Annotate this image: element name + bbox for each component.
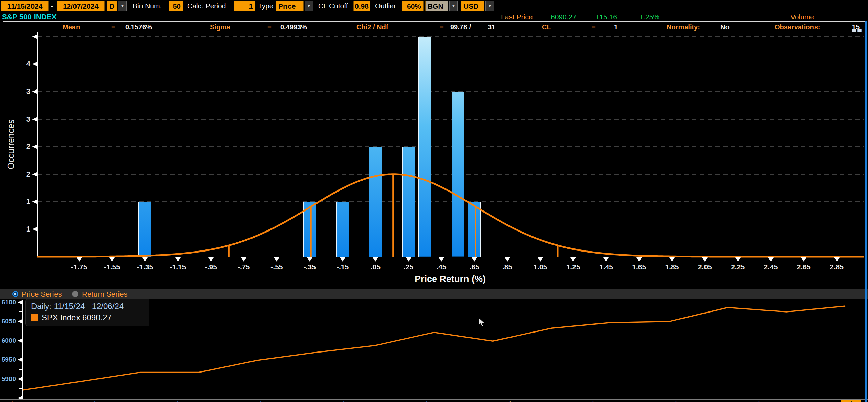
observations-label: Observations: — [775, 22, 820, 33]
price-change-pct: +.25% — [639, 13, 659, 21]
cl-equals: = — [592, 22, 596, 33]
x-tick-icon — [274, 257, 279, 262]
chi2-equals: = — [440, 22, 444, 33]
bloomberg-histogram-window: 11/15/2024 - 12/07/2024 D ▼ Bin Num. 50 … — [0, 0, 868, 402]
histogram-bar — [402, 147, 415, 257]
mean-equals: = — [111, 22, 115, 33]
x-tick-label: 1.05 — [525, 263, 556, 271]
lower-y-tick-label: 6050 — [0, 318, 16, 325]
date-to-field[interactable]: 12/07/2024 — [57, 1, 105, 11]
series-color-swatch-icon — [31, 314, 38, 321]
lower-x-tick-label: 11/18 — [86, 400, 103, 402]
sigma-value: 0.4993% — [280, 22, 307, 33]
price-series-tab[interactable]: Price Series — [22, 289, 62, 299]
x-tick-icon — [241, 257, 246, 262]
lower-y-minor-tick — [19, 388, 22, 389]
y-tick-label: 1 — [14, 225, 30, 234]
sigma-equals: = — [267, 22, 272, 33]
x-axis-title: Price Return (%) — [415, 274, 486, 284]
outlier-field[interactable]: 60% — [402, 1, 424, 11]
type-field[interactable]: Price — [276, 1, 304, 11]
lower-y-tick-icon — [18, 339, 22, 343]
y-tick-label: 2 — [14, 170, 30, 179]
lower-y-tick-label: 5900 — [0, 375, 16, 383]
x-tick-icon — [801, 257, 806, 262]
y-axis-line — [37, 32, 38, 257]
lower-y-tick-icon — [18, 319, 22, 323]
y-gridline — [38, 174, 864, 175]
x-tick-icon — [636, 257, 642, 262]
x-tick-icon — [439, 257, 444, 262]
series-tab-strip: Price Series Return Series — [0, 289, 868, 299]
x-tick-icon — [340, 257, 345, 262]
lower-x-tick-label: 11/25 — [335, 400, 352, 402]
x-tick-label: 2.05 — [690, 263, 720, 271]
x-tick-icon — [208, 257, 214, 262]
lower-x-tick-label: 11/22 — [252, 400, 269, 402]
currency-dropdown-icon[interactable]: ▼ — [485, 1, 494, 11]
bin-num-label: Bin Num. — [133, 0, 162, 12]
cl-cutoff-label: CL Cutoff — [318, 0, 348, 12]
chart-mini-icon[interactable] — [852, 29, 856, 32]
lower-x-tick-label: 11/27 — [418, 400, 435, 402]
cl-cutoff-field[interactable]: 0.98 — [353, 1, 370, 11]
lower-y-tick-label: 6100 — [0, 299, 16, 306]
calc-period-field[interactable]: 1 — [234, 1, 255, 11]
y-tick-icon — [32, 199, 37, 204]
y-gridline — [38, 64, 864, 64]
normality-label: Normality: — [667, 22, 700, 33]
lower-y-minor-tick — [19, 311, 22, 312]
lower-x-tick-label: 11/15 — [3, 400, 20, 402]
y-tick-label: 3 — [14, 87, 30, 96]
bin-num-field[interactable]: 50 — [169, 1, 183, 11]
chart-mini-icon[interactable] — [857, 29, 862, 32]
panel-right-edge-bar[interactable] — [865, 21, 867, 402]
chi2-label: Chi2 / Ndf — [356, 22, 388, 33]
x-tick-label: 1.65 — [624, 263, 654, 271]
x-tick-icon — [768, 257, 774, 262]
y-gridline — [38, 36, 864, 37]
normality-value: No — [720, 22, 730, 33]
y-tick-icon — [32, 117, 37, 122]
histogram-bar — [369, 147, 382, 257]
pricing-source-dropdown-icon[interactable]: ▼ — [449, 1, 458, 11]
ndf-value: 31 — [488, 22, 495, 33]
histogram-bar — [468, 202, 481, 257]
x-tick-label: -1.35 — [130, 263, 160, 271]
tooltip-date-range: Daily: 11/15/24 - 12/06/24 — [31, 302, 124, 311]
x-tick-icon — [538, 257, 543, 262]
outlier-label: Outlier — [375, 0, 396, 12]
histogram-bar — [336, 202, 349, 257]
x-tick-icon — [109, 257, 115, 262]
price-series-radio[interactable] — [12, 291, 18, 297]
lower-y-axis-line — [22, 300, 23, 399]
lower-y-minor-tick — [19, 350, 22, 350]
lower-x-tick-label: 12/06 — [841, 400, 861, 402]
currency-field[interactable]: USD — [461, 1, 484, 11]
type-dropdown-icon[interactable]: ▼ — [305, 1, 313, 11]
x-tick-icon — [735, 257, 741, 262]
security-name: S&P 500 INDEX — [2, 13, 57, 21]
volume-label: Volume — [790, 13, 814, 21]
y-gridline — [38, 91, 864, 92]
lower-y-minor-tick — [19, 369, 22, 370]
period-dropdown-icon[interactable]: ▼ — [118, 1, 127, 11]
x-tick-label: -1.55 — [97, 263, 127, 271]
return-series-tab[interactable]: Return Series — [82, 289, 128, 299]
pricing-source-field[interactable]: BGN — [425, 1, 448, 11]
x-tick-label: .45 — [426, 263, 457, 271]
return-series-radio[interactable] — [72, 291, 78, 297]
lower-x-tick-label: 12/04 — [667, 400, 684, 402]
lower-y-tick-icon — [18, 300, 22, 304]
period-field[interactable]: D — [107, 1, 117, 11]
y-tick-icon — [32, 227, 37, 232]
x-tick-label: -.15 — [327, 263, 358, 271]
lower-x-tick-label: 12/02 — [501, 400, 518, 402]
lower-y-tick-icon — [18, 377, 22, 381]
x-tick-label: 1.25 — [558, 263, 588, 271]
y-gridline — [38, 201, 864, 202]
y-gridline — [38, 119, 864, 120]
mean-value: 0.1576% — [125, 22, 152, 33]
y-tick-icon — [32, 144, 37, 149]
date-from-field[interactable]: 11/15/2024 — [1, 1, 49, 11]
